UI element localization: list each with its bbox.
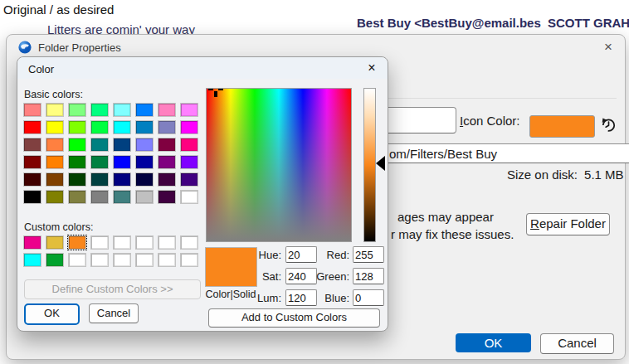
basic-color-swatch[interactable] [46,104,63,116]
custom-color-swatch[interactable] [91,236,108,249]
folder-ok-button[interactable]: OK [456,333,531,352]
basic-color-swatch[interactable] [136,138,153,151]
close-icon[interactable]: × [363,59,381,77]
folder-cancel-button[interactable]: Cancel [540,333,614,354]
color-ok-button[interactable]: OK [24,303,80,325]
basic-color-swatch[interactable] [24,173,41,186]
reset-color-icon[interactable] [600,116,617,133]
basic-color-swatch[interactable] [181,121,197,133]
color-crosshair-marker[interactable] [208,88,223,95]
hue-label: Hue: [238,249,281,261]
custom-color-swatch[interactable] [158,236,175,249]
basic-color-swatch[interactable] [91,156,108,168]
custom-color-swatch[interactable] [46,254,63,266]
basic-color-swatch[interactable] [24,104,41,116]
basic-color-swatch[interactable] [69,191,85,203]
basic-color-swatch[interactable] [91,104,108,116]
basic-color-swatch[interactable] [46,173,63,186]
red-input[interactable] [353,246,384,263]
basic-color-swatch[interactable] [114,173,130,186]
thunderbird-icon [18,41,32,54]
custom-color-swatch[interactable] [91,254,108,266]
thread-chevron-icon: › [0,229,5,240]
basic-color-swatch[interactable] [136,156,153,168]
basic-color-swatch[interactable] [24,156,41,168]
luminance-slider-handle[interactable] [376,156,385,171]
color-dialog-titlebar[interactable]: Color × [17,57,388,79]
close-icon[interactable]: × [598,37,618,57]
basic-color-swatch[interactable] [114,156,130,168]
basic-color-swatch[interactable] [114,191,130,203]
icon-color-swatch-button[interactable] [529,115,595,138]
basic-color-swatch[interactable] [181,191,197,203]
basic-color-swatch[interactable] [46,121,63,133]
basic-color-swatch[interactable] [136,104,153,116]
basic-color-swatch[interactable] [69,173,85,186]
basic-color-swatch[interactable] [91,121,108,133]
thread-chevron-icon: › [0,169,5,181]
basic-color-swatch[interactable] [181,173,197,186]
basic-color-swatch[interactable] [136,173,153,186]
basic-color-swatch[interactable] [91,173,108,186]
custom-color-swatch[interactable] [158,254,175,266]
basic-color-swatch[interactable] [91,138,108,151]
blue-label: Blue: [306,292,349,304]
basic-color-swatch[interactable] [158,104,175,116]
screen: Original / as desired Best Buy <BestBuy@… [0,0,629,364]
custom-color-swatch[interactable] [114,236,130,249]
custom-color-swatch[interactable] [181,254,197,266]
custom-colors-grid [24,236,197,266]
custom-color-swatch[interactable] [24,254,41,266]
basic-color-swatch[interactable] [114,138,130,151]
custom-color-swatch[interactable] [114,254,130,266]
folder-name-field[interactable] [378,107,456,133]
basic-color-swatch[interactable] [69,104,85,116]
color-dialog-title: Color [28,63,54,75]
blue-input[interactable] [353,289,384,306]
basic-color-swatch[interactable] [158,191,175,203]
basic-color-swatch[interactable] [24,191,41,203]
basic-color-swatch[interactable] [158,156,175,168]
hue-saturation-field[interactable] [206,88,352,242]
custom-color-swatch[interactable] [181,236,197,249]
basic-color-swatch[interactable] [46,191,63,203]
color-cancel-button[interactable]: Cancel [89,303,139,323]
basic-color-swatch[interactable] [114,121,130,133]
basic-color-swatch[interactable] [136,191,153,203]
basic-color-swatch[interactable] [91,191,108,203]
mail-from-text: Best Buy <BestBuy@email.bes [357,16,541,30]
basic-color-swatch[interactable] [158,173,175,186]
basic-color-swatch[interactable] [181,156,197,168]
custom-color-swatch[interactable] [136,236,153,249]
icon-color-label: Icon Color: [460,114,520,128]
red-label: Red: [306,249,349,261]
basic-colors-grid [24,104,197,203]
luminance-slider[interactable] [363,88,376,242]
repair-note-line2: r may fix these issues. [391,227,514,241]
basic-color-swatch[interactable] [114,104,130,116]
add-to-custom-colors-button[interactable]: Add to Custom Colors [208,308,380,328]
custom-color-swatch[interactable] [46,236,63,249]
custom-color-swatch[interactable] [69,236,85,249]
basic-color-swatch[interactable] [69,121,85,133]
basic-color-swatch[interactable] [181,138,197,151]
custom-color-swatch[interactable] [24,236,41,249]
basic-color-swatch[interactable] [158,138,175,151]
thread-chevron-icon: › [0,50,5,61]
green-input[interactable] [353,268,384,284]
repair-folder-button[interactable]: Repair Folder [526,213,610,235]
basic-color-swatch[interactable] [69,156,85,168]
folder-properties-title: Folder Properties [38,41,121,54]
custom-color-swatch[interactable] [136,254,153,266]
folder-path-field[interactable] [358,143,629,163]
basic-color-swatch[interactable] [69,138,85,151]
basic-color-swatch[interactable] [46,156,63,168]
basic-color-swatch[interactable] [46,138,63,151]
custom-color-swatch[interactable] [69,254,85,266]
basic-color-swatch[interactable] [24,138,41,151]
basic-color-swatch[interactable] [158,121,175,133]
basic-colors-label: Basic colors: [24,89,83,100]
basic-color-swatch[interactable] [181,104,197,116]
basic-color-swatch[interactable] [24,121,41,133]
basic-color-swatch[interactable] [136,121,153,133]
